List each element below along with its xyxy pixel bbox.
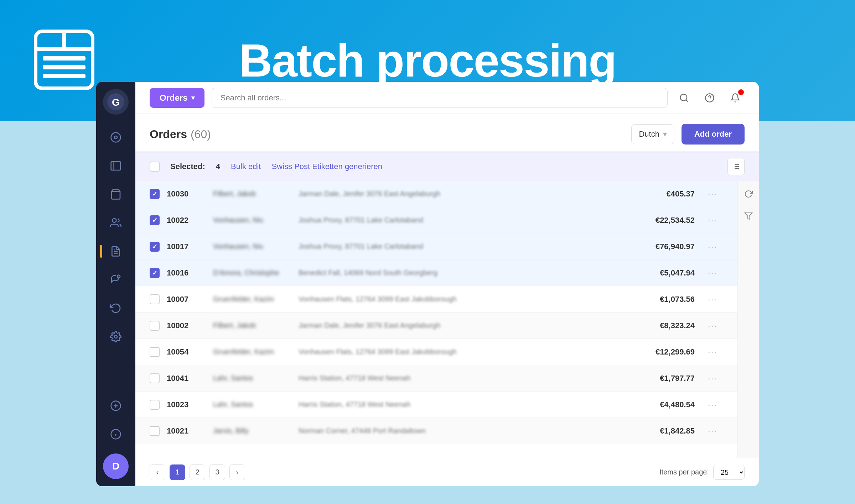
sidebar-item-settings[interactable] [103, 324, 129, 350]
page-3-button[interactable]: 3 [209, 464, 225, 480]
orders-btn-label: Orders [160, 93, 188, 103]
row-menu-button[interactable]: ··· [702, 373, 723, 383]
row-checkbox[interactable] [150, 400, 160, 410]
row-checkbox[interactable] [150, 215, 160, 225]
prev-page-button[interactable]: ‹ [150, 464, 165, 480]
selected-count: 4 [216, 162, 220, 171]
svg-point-24 [680, 94, 687, 101]
select-all-checkbox[interactable] [150, 162, 160, 172]
language-value: Dutch [639, 130, 659, 139]
search-icon-btn[interactable] [675, 89, 693, 107]
bulk-edit-link[interactable]: Bulk edit [231, 162, 261, 171]
swiss-post-action-link[interactable]: Swiss Post Etiketten generieren [271, 162, 382, 171]
row-checkbox[interactable] [150, 242, 160, 252]
svg-rect-5 [43, 74, 86, 78]
orders-table: 10030 Filbert, Jakob Jarman Dale, Jenife… [135, 181, 737, 458]
logo-g-icon: G [107, 93, 125, 111]
customer-name: Jarvis, Billy [213, 427, 291, 435]
next-page-button[interactable]: › [229, 464, 245, 480]
table-row: 10002 Filbert, Jakob Jarman Dale, Jenife… [135, 313, 737, 339]
row-menu-button[interactable]: ··· [702, 426, 723, 436]
customer-name: Filbert, Jakob [213, 190, 291, 198]
row-menu-button[interactable]: ··· [702, 242, 723, 252]
row-menu-button[interactable]: ··· [702, 321, 723, 331]
order-id: 10054 [167, 347, 206, 357]
order-amount: €4,480.54 [638, 400, 695, 409]
refresh-icon-btn[interactable] [741, 187, 756, 201]
customer-name: Lahr, Santos [213, 374, 291, 382]
help-icon-btn[interactable] [700, 89, 719, 107]
svg-rect-3 [43, 56, 86, 61]
customer-name: Lahr, Santos [213, 400, 291, 409]
page-1-button[interactable]: 1 [170, 464, 185, 480]
order-amount: €76,940.97 [638, 242, 695, 251]
items-per-page-select[interactable]: 25 50 100 [713, 465, 745, 480]
row-checkbox[interactable] [150, 347, 160, 357]
order-address: Norman Corner, 47448 Port Randaltown [299, 427, 631, 435]
customer-name: Filbert, Jakob [213, 321, 291, 330]
order-address: Harris Station, 47718 West Neenah [299, 400, 631, 409]
chevron-down-icon: ▾ [191, 94, 195, 102]
row-checkbox[interactable] [150, 373, 160, 383]
order-amount: €12,299.69 [638, 347, 695, 357]
customer-name: Gruenfelder, Kazim [213, 295, 291, 303]
page-2-button[interactable]: 2 [190, 464, 205, 480]
sidebar-item-packages[interactable] [103, 153, 129, 179]
row-checkbox[interactable] [150, 321, 160, 331]
orders-dropdown-button[interactable]: Orders ▾ [150, 88, 204, 108]
add-order-button[interactable]: Add order [682, 124, 745, 145]
customer-name: D'Amora, Christophe [213, 269, 291, 277]
order-amount: €5,047.94 [638, 268, 695, 278]
sidebar-logo: G [103, 89, 129, 115]
topbar-icons [675, 89, 745, 107]
svg-line-25 [686, 100, 688, 101]
orders-count: (60) [191, 128, 211, 141]
order-address: Vonhausen Flats, 12764 3099 East Jakobbo… [299, 348, 631, 356]
order-id: 10022 [167, 216, 206, 225]
order-address: Harris Station, 47718 West Neenah [299, 374, 631, 382]
sidebar-item-announcements[interactable] [103, 267, 129, 293]
row-menu-button[interactable]: ··· [702, 189, 723, 199]
sidebar-item-info[interactable] [103, 421, 129, 447]
table-row: 10022 Vonhausen, Niv. Joshua Proxy, 8770… [135, 207, 737, 233]
columns-button[interactable] [727, 158, 745, 175]
order-address: Jarman Dale, Jenifer 3076 East Angelabur… [299, 190, 631, 198]
row-menu-button[interactable]: ··· [702, 294, 723, 304]
right-sidebar [737, 181, 759, 458]
svg-marker-34 [745, 213, 752, 219]
row-checkbox[interactable] [150, 268, 160, 278]
table-row: 10016 D'Amora, Christophe Benedict Fall,… [135, 260, 737, 286]
filter-icon-btn[interactable] [741, 209, 756, 224]
row-checkbox[interactable] [150, 294, 160, 304]
sidebar: G D [96, 82, 135, 486]
svg-text:G: G [112, 97, 120, 108]
customer-name: Vonhausen, Niv. [213, 242, 291, 251]
row-menu-button[interactable]: ··· [702, 268, 723, 278]
row-checkbox[interactable] [150, 189, 160, 199]
bulk-action-bar: Selected: 4 Bulk edit Swiss Post Etikett… [135, 152, 759, 181]
svg-point-16 [117, 275, 120, 278]
search-input[interactable] [212, 88, 668, 108]
notification-icon-btn[interactable] [726, 89, 745, 107]
order-address: Joshua Proxy, 87701 Lake Carlotaband [299, 242, 631, 251]
order-address: Benedict Fall, 14069 Nord South Georgber… [299, 269, 631, 277]
row-checkbox[interactable] [150, 426, 160, 436]
table-row: 10054 Gruenfelder, Kazim Vonhausen Flats… [135, 339, 737, 365]
sidebar-item-users[interactable] [103, 210, 129, 236]
sidebar-item-reports[interactable] [103, 238, 129, 264]
order-amount: €8,323.24 [638, 321, 695, 330]
order-amount: €405.37 [638, 189, 695, 199]
order-amount: €1,797.77 [638, 374, 695, 383]
items-per-page-control: Items per page: 25 50 100 [659, 465, 745, 480]
order-amount: €1,073.56 [638, 295, 695, 304]
avatar[interactable]: D [103, 453, 129, 479]
topbar: Orders ▾ [135, 82, 759, 114]
row-menu-button[interactable]: ··· [702, 400, 723, 410]
sidebar-item-dashboard[interactable] [103, 125, 129, 150]
language-select[interactable]: Dutch ▾ [631, 124, 674, 144]
sidebar-item-shopping[interactable] [103, 182, 129, 207]
sidebar-item-add[interactable] [103, 393, 129, 419]
row-menu-button[interactable]: ··· [702, 347, 723, 357]
row-menu-button[interactable]: ··· [702, 215, 723, 225]
sidebar-item-returns[interactable] [103, 295, 129, 321]
